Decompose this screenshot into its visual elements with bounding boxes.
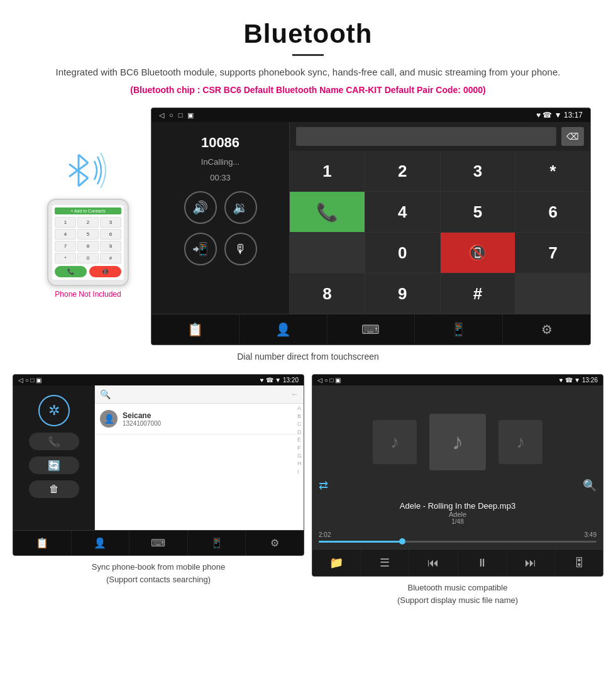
dial-screen: ◁ ○ □ ▣ ♥ ☎ ▼ 13:17 10086 InCalling... 0… [151, 108, 591, 345]
contact-info: Seicane 13241007000 [123, 411, 161, 427]
phone-action-buttons: 📞 📵 [55, 266, 121, 277]
pb-calls-button[interactable]: 📋 [13, 531, 72, 555]
music-folder-button[interactable]: 📁 [312, 550, 361, 576]
call-extra-buttons: 📲 🎙 [184, 233, 257, 265]
header-description: Integrated with BC6 Bluetooth module, su… [25, 65, 591, 80]
bluetooth-signal-area [57, 145, 119, 196]
phonebook-status-bar: ◁ ○ □ ▣ ♥ ☎ ▼ 13:20 [13, 375, 304, 385]
keypad-button[interactable]: ⌨ [327, 314, 415, 345]
delete-sidebar-button[interactable]: 🗑 [29, 480, 79, 498]
dial-input-box[interactable] [296, 127, 556, 146]
settings-button[interactable]: ⚙ [503, 314, 590, 345]
dial-main-area: 10086 InCalling... 00:33 🔊 🔉 📲 🎙 [151, 122, 590, 314]
music-status-left: ◁ ○ □ ▣ [317, 377, 341, 384]
phonebook-screen: ◁ ○ □ ▣ ♥ ☎ ▼ 13:20 ✲ 📞 🔄 🗑 🔍 [13, 374, 304, 556]
phone-screen: + Add to Contacts 1 2 3 4 5 6 7 8 9 * 0 … [52, 205, 124, 280]
pb-bluetooth-button[interactable]: 📱 [188, 531, 246, 555]
music-list-button[interactable]: ☰ [361, 550, 409, 576]
phone-mockup: + Add to Contacts 1 2 3 4 5 6 7 8 9 * 0 … [47, 199, 129, 286]
dial-key-6[interactable]: 6 [515, 192, 590, 232]
phone-key-8: 8 [77, 241, 99, 252]
dial-key-2[interactable]: 2 [365, 151, 440, 191]
dial-key-7[interactable]: 7 [515, 233, 590, 273]
phone-illustration: + Add to Contacts 1 2 3 4 5 6 7 8 9 * 0 … [25, 108, 151, 299]
search-icon: 🔍 [100, 389, 111, 399]
music-next-button[interactable]: ⏭ [507, 550, 555, 576]
music-time: 2:02 3:49 [319, 531, 597, 538]
dial-key-5[interactable]: 5 [441, 192, 515, 232]
svg-line-1 [79, 155, 88, 163]
bluetooth-sidebar-icon[interactable]: ✲ [38, 395, 70, 426]
status-left: ◁ ○ □ ▣ [159, 111, 194, 119]
call-info-panel: 10086 InCalling... 00:33 🔊 🔉 📲 🎙 [151, 122, 290, 314]
phonebook-caption: Sync phone-book from mobile phone (Suppo… [92, 561, 225, 585]
music-eq-button[interactable]: 🎛 [555, 550, 603, 576]
dial-key-0[interactable]: 0 [365, 233, 440, 273]
dial-key-4[interactable]: 4 [365, 192, 440, 232]
album-art-left: ♪ [373, 420, 417, 464]
contact-avatar: 👤 [100, 410, 118, 428]
phonebook-search-bar: 🔍 ← [95, 385, 304, 404]
phone-key-5: 5 [77, 229, 99, 240]
contacts-button[interactable]: 👤 [239, 314, 327, 345]
status-right: ♥ ☎ ▼ 13:17 [536, 111, 583, 119]
music-play-pause-button[interactable]: ⏸ [458, 550, 507, 576]
transfer-button[interactable]: 📲 [184, 233, 217, 265]
music-time-total: 3:49 [585, 531, 597, 538]
dial-key-hash[interactable]: # [441, 274, 515, 314]
phonebook-content: 🔍 ← 👤 Seicane 13241007000 A [95, 385, 304, 530]
volume-up-button[interactable]: 🔊 [184, 191, 217, 224]
music-info: Adele - Rolling In the Deep.mp3 Adele 1/… [312, 499, 603, 528]
dial-key-9[interactable]: 9 [365, 274, 440, 314]
bluetooth-icon [57, 145, 119, 196]
dial-key-3[interactable]: 3 [441, 151, 515, 191]
phonebook-screen-block: ◁ ○ □ ▣ ♥ ☎ ▼ 13:20 ✲ 📞 🔄 🗑 🔍 [13, 374, 304, 606]
main-content: + Add to Contacts 1 2 3 4 5 6 7 8 9 * 0 … [0, 101, 616, 606]
music-caption-line2: (Support display music file name) [397, 595, 518, 605]
dial-pad-area: ⌫ 1 2 3 * 📞 4 5 6 0 📵 7 [290, 122, 590, 314]
call-sidebar-button[interactable]: 📞 [29, 433, 79, 450]
music-progress-section: 2:02 3:49 [312, 528, 603, 549]
album-art-center: ♪ [429, 414, 486, 470]
music-title: Adele - Rolling In the Deep.mp3 [319, 501, 597, 511]
dial-key-star[interactable]: * [515, 151, 590, 191]
phonebook-sidebar: ✲ 📞 🔄 🗑 [13, 385, 95, 530]
music-prev-button[interactable]: ⏮ [409, 550, 458, 576]
pb-contacts-button[interactable]: 👤 [72, 531, 130, 555]
phone-key-hash: # [100, 253, 121, 263]
backspace-button[interactable]: ⌫ [561, 127, 584, 146]
bluetooth-phone-button[interactable]: 📱 [415, 314, 503, 345]
recent-calls-button[interactable]: 📋 [151, 314, 239, 345]
music-progress-bar[interactable] [319, 541, 597, 543]
mute-button[interactable]: 🎙 [224, 233, 257, 265]
alpha-index: A B C D E F G H I [297, 404, 304, 475]
dial-hangup-button[interactable]: 📵 [441, 233, 515, 273]
dial-status-bar: ◁ ○ □ ▣ ♥ ☎ ▼ 13:17 [151, 108, 590, 122]
phone-not-included-label: Phone Not Included [55, 290, 121, 299]
phone-green-btn: 📞 [55, 266, 87, 277]
music-search-icon[interactable]: 🔍 [583, 479, 597, 492]
dial-key-8[interactable]: 8 [290, 274, 365, 314]
music-progress-fill [319, 541, 402, 543]
phone-key-4: 4 [55, 229, 76, 240]
pb-status-left: ◁ ○ □ ▣ [18, 377, 41, 384]
music-progress-dot [399, 538, 405, 545]
dial-bottom-nav: 📋 👤 ⌨ 📱 ⚙ [151, 314, 590, 345]
dial-key-1[interactable]: 1 [290, 151, 365, 191]
call-number: 10086 [201, 135, 239, 151]
volume-down-button[interactable]: 🔉 [224, 191, 257, 224]
contact-item[interactable]: 👤 Seicane 13241007000 [95, 404, 304, 434]
phone-key-star: * [55, 253, 76, 263]
phonebook-main: ✲ 📞 🔄 🗑 🔍 ← 👤 [13, 385, 304, 530]
header-specs: (Bluetooth chip : CSR BC6 Default Blueto… [25, 85, 591, 95]
pb-keypad-button[interactable]: ⌨ [129, 531, 188, 555]
phone-top-bar: + Add to Contacts [55, 207, 121, 214]
pb-settings-button[interactable]: ⚙ [246, 531, 304, 555]
dial-call-button[interactable]: 📞 [290, 192, 365, 232]
phone-key-0: 0 [77, 253, 99, 263]
shuffle-icon[interactable]: ⇄ [319, 479, 328, 492]
refresh-sidebar-button[interactable]: 🔄 [29, 456, 79, 474]
call-control-buttons: 🔊 🔉 [184, 191, 257, 224]
dial-screen-caption: Dial number direct from touchscreen [237, 351, 379, 362]
dial-input-row: ⌫ [290, 122, 590, 151]
